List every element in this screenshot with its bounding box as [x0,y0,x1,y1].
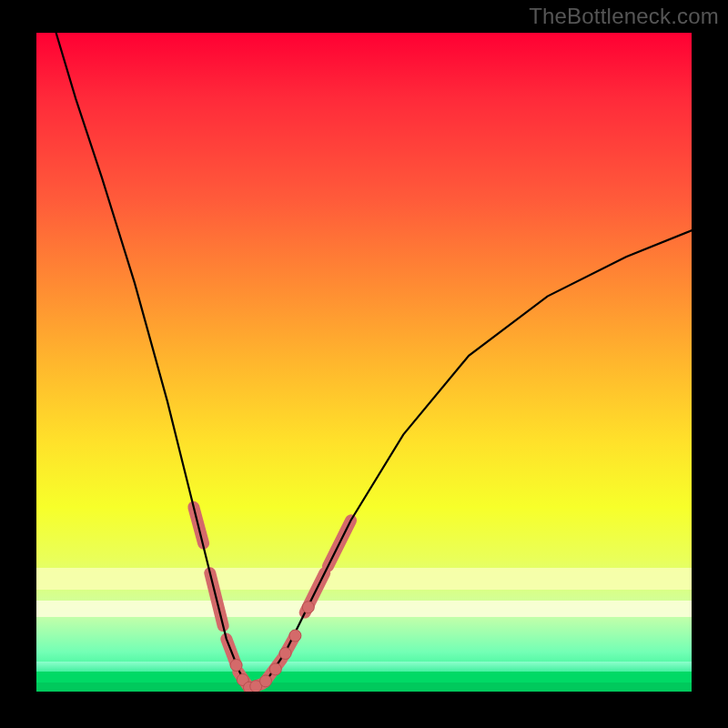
highlight-node [230,660,242,672]
highlight-node [289,630,301,642]
chart-stage: TheBottleneck.com [0,0,728,728]
highlight-node [302,602,314,613]
highlight-node [260,675,272,687]
highlight-node [269,663,281,675]
highlight-node [279,648,291,660]
watermark-text: TheBottleneck.com [529,4,719,29]
highlight-group [194,507,351,688]
bottleneck-curve [56,33,692,688]
chart-svg [36,33,692,692]
plot-area [36,33,692,692]
